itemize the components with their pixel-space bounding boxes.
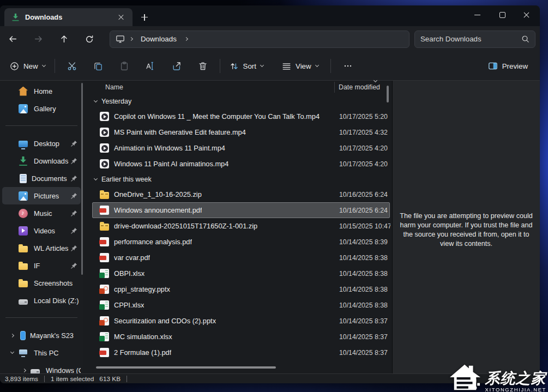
group-header-earlier-this-week[interactable]: Earlier this week (91, 172, 392, 186)
file-row[interactable]: drive-download-20251015T171650Z-1-001.zi… (92, 218, 390, 234)
expander-slot (5, 292, 19, 309)
zip-file-icon (100, 192, 109, 199)
delete-button[interactable] (193, 56, 213, 76)
file-name: var cvar.pdf (114, 254, 150, 262)
file-row[interactable]: cppi_strategy.pptx10/14/2025 8:38 (92, 281, 390, 297)
sidebar-item-label: Gallery (34, 105, 81, 113)
file-name: performance analysis.pdf (114, 238, 192, 246)
chevron-right-icon[interactable] (10, 333, 14, 337)
file-row[interactable]: Securitization and CDOs (2).pptx10/14/20… (92, 313, 390, 329)
file-name: MC simulation.xlsx (114, 333, 172, 341)
expander-slot (5, 82, 19, 100)
column-date-modified[interactable]: Date modified (339, 83, 380, 91)
back-button[interactable] (3, 30, 22, 49)
sort-icon (230, 62, 239, 71)
file-date: 10/14/2025 8:38 (339, 270, 390, 278)
cut-button[interactable] (62, 56, 82, 76)
file-row[interactable]: Windows 11 Paint AI animatinos.mp410/17/… (92, 156, 390, 172)
group-header-yesterday[interactable]: Yesterday (91, 94, 392, 108)
forward-button[interactable] (29, 30, 47, 49)
file-name: Windows 11 Paint AI animatinos.mp4 (114, 160, 228, 168)
file-name: OBPI.xlsx (114, 269, 144, 278)
file-list-horizontal-scrollbar[interactable] (96, 366, 276, 369)
chevron-down-icon[interactable] (10, 350, 14, 354)
expander-down[interactable] (5, 344, 19, 361)
sidebar-item-downloads[interactable]: Downloads (2, 152, 81, 170)
file-list-rows: YesterdayCopilot on Windows 11 _ Meet th… (91, 94, 392, 360)
new-button[interactable]: New (4, 56, 51, 76)
sidebar-item-label: Screenshots (34, 279, 81, 287)
downloads-icon (19, 156, 28, 166)
toolbar: New Sort View (0, 52, 540, 81)
file-row[interactable]: OneDrive_1_10-16-2025.zip10/16/2025 6:24 (92, 186, 390, 202)
sidebar-item-if[interactable]: IF (2, 257, 81, 274)
watermark-logo-icon (449, 361, 483, 392)
pictures-icon (19, 191, 28, 201)
file-row[interactable]: MC simulation.xlsx10/14/2025 8:37 (92, 329, 390, 345)
copy-button[interactable] (88, 56, 108, 76)
up-button[interactable] (55, 30, 73, 49)
phone-icon (20, 331, 26, 340)
preview-toggle-button[interactable]: Preview (483, 56, 533, 76)
rename-button[interactable] (141, 56, 160, 76)
tab-downloads[interactable]: Downloads (4, 8, 133, 26)
refresh-button[interactable] (80, 30, 99, 49)
minimize-button[interactable] (465, 7, 490, 23)
file-row[interactable]: OBPI.xlsx10/14/2025 8:38 (92, 266, 390, 281)
file-explorer-window: Downloads Downloads (0, 5, 540, 383)
file-row[interactable]: performance analysis.pdf10/14/2025 8:39 (92, 234, 390, 250)
file-row[interactable]: var cvar.pdf10/14/2025 8:38 (92, 250, 390, 266)
tab-bar: Downloads (0, 5, 540, 26)
sidebar-item-this-pc[interactable]: This PC (2, 344, 81, 361)
sidebar-item-wl-articles[interactable]: WL Articles (2, 239, 81, 257)
sidebar-item-documents[interactable]: Documents (2, 170, 81, 187)
chevron-right-icon[interactable] (22, 368, 26, 372)
view-button[interactable]: View (276, 56, 324, 76)
sort-button[interactable]: Sort (224, 56, 269, 76)
sidebar-item-pictures[interactable]: Pictures (2, 187, 81, 204)
sidebar-item-gallery[interactable]: Gallery (2, 100, 81, 117)
pin-icon (71, 227, 77, 234)
search-box[interactable] (414, 31, 535, 48)
paste-button[interactable] (115, 56, 134, 76)
sidebar-item-label: Local Disk (Z:) (34, 297, 81, 305)
expander-right[interactable] (17, 361, 31, 373)
column-name[interactable]: Name (105, 83, 123, 91)
file-date: 10/14/2025 8:37 (339, 349, 390, 357)
file-row[interactable]: MS Paint with Generative Edit feature.mp… (92, 124, 390, 140)
search-input[interactable] (420, 35, 521, 43)
tab-close-icon[interactable] (115, 11, 127, 23)
sidebar-item-label: Music (34, 209, 71, 218)
chevron-right-icon (184, 37, 188, 41)
sidebar-item-mayank-s-s23[interactable]: Mayank's S23 (2, 327, 81, 344)
sidebar-scrollbar[interactable] (81, 83, 83, 275)
breadcrumb-downloads[interactable]: Downloads (137, 35, 180, 43)
file-list-vertical-scrollbar[interactable] (387, 86, 389, 102)
maximize-button[interactable] (490, 7, 514, 23)
column-divider[interactable] (334, 82, 335, 93)
file-row[interactable]: Windows announcement.pdf10/16/2025 6:24 (92, 202, 390, 218)
sidebar-item-screenshots[interactable]: Screenshots (2, 274, 81, 292)
expander-right[interactable] (5, 327, 19, 344)
file-row[interactable]: CPPI.xlsx10/14/2025 8:38 (92, 297, 390, 313)
sidebar-item-music[interactable]: Music (2, 204, 81, 222)
video-file-icon (100, 159, 109, 168)
sidebar-item-local-disk-z[interactable]: Local Disk (Z:) (2, 292, 81, 309)
file-row[interactable]: 2 Formulae (1).pdf10/14/2025 8:37 (92, 345, 390, 360)
file-row[interactable]: Copilot on Windows 11 _ Meet the Compute… (92, 108, 390, 124)
video-file-icon (100, 143, 109, 153)
address-bar[interactable]: Downloads (110, 31, 410, 48)
close-button[interactable] (514, 7, 539, 23)
sidebar-item-home[interactable]: Home (2, 82, 81, 100)
see-more-button[interactable] (338, 56, 358, 76)
file-name: MS Paint with Generative Edit feature.mp… (114, 128, 246, 136)
selection-size: 613 KB (99, 375, 121, 383)
sidebar-item-desktop[interactable]: Desktop (2, 135, 81, 152)
share-button[interactable] (167, 56, 186, 76)
view-label: View (296, 62, 311, 70)
sidebar-item-windows-c[interactable]: Windows (C:) (2, 361, 81, 373)
sidebar-item-videos[interactable]: Videos (2, 222, 81, 239)
expander-slot (5, 135, 19, 152)
file-row[interactable]: Animation in Windows 11 Paint.mp410/17/2… (92, 140, 390, 156)
new-tab-button[interactable] (137, 11, 152, 24)
